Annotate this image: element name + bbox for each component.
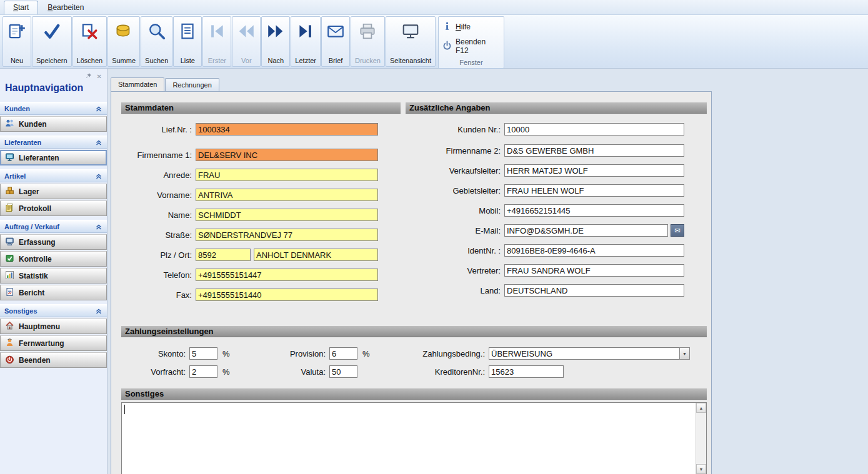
tab-stammdaten[interactable]: Stammdaten: [111, 77, 164, 91]
ort-input[interactable]: [254, 249, 378, 261]
sidebar-group-header-artikel[interactable]: Artikel: [0, 169, 107, 182]
vertical-scrollbar[interactable]: ▲ ▼: [696, 403, 706, 474]
sonstiges-textarea[interactable]: [122, 403, 696, 474]
ribbon-tab-start[interactable]: Start: [4, 1, 38, 14]
tab-rechnungen[interactable]: Rechnungen: [165, 78, 219, 91]
neu-button[interactable]: Neu: [2, 16, 31, 67]
provision-input[interactable]: [329, 347, 357, 360]
sidebar-item-bericht[interactable]: Bericht: [0, 285, 107, 300]
application-window: Start Bearbeiten Neu Speichern Löschen S…: [0, 0, 868, 474]
letter-envelope-icon: [326, 22, 345, 43]
vertreter-input[interactable]: [504, 264, 684, 277]
item-label: Protokoll: [19, 204, 51, 213]
item-label: Lager: [19, 187, 39, 196]
liste-button[interactable]: Liste: [173, 16, 202, 67]
sidebar-item-kunden[interactable]: Kunden: [0, 116, 107, 132]
telefon-input[interactable]: [196, 269, 378, 281]
plz-input[interactable]: [196, 249, 251, 261]
anrede-input[interactable]: [196, 169, 378, 181]
sidebar-item-protokoll[interactable]: Protokoll: [0, 200, 107, 216]
zahlungsbedingung-select[interactable]: ▼: [489, 347, 690, 360]
mobil-input[interactable]: [504, 204, 684, 217]
valuta-input[interactable]: [329, 365, 357, 378]
land-input[interactable]: [504, 284, 684, 297]
close-icon[interactable]: ✕: [97, 73, 102, 80]
sidebar-group-header-auftrag-verkauf[interactable]: Auftrag / Verkauf: [0, 220, 107, 233]
drucken-button[interactable]: Drucken: [351, 16, 385, 67]
kunden-nr-input[interactable]: [504, 123, 684, 136]
stammdaten-section: Stammdaten Lief.Nr. : Firmenname 1: Anre…: [121, 102, 401, 309]
sidebar-title: Hauptnavigation: [0, 81, 107, 98]
tab-label-accel: S: [13, 3, 18, 12]
skonto-input[interactable]: [189, 347, 217, 360]
group-label: Lieferanten: [4, 139, 41, 146]
search-icon: [147, 22, 166, 43]
dropdown-arrow-icon[interactable]: ▼: [679, 347, 690, 360]
fax-label: Fax:: [121, 290, 196, 300]
button-label: Beenden F12: [456, 37, 500, 55]
email-send-icon[interactable]: ✉: [671, 224, 684, 237]
section-header-zahlung: Zahlungseinstellungen: [121, 326, 707, 337]
seitenansicht-button[interactable]: Seitenansicht: [386, 16, 436, 67]
email-input[interactable]: [504, 224, 668, 237]
button-label: Neu: [11, 57, 23, 64]
section-header-stammdaten: Stammdaten: [121, 102, 401, 114]
erster-button[interactable]: Erster: [202, 16, 231, 67]
exit-power-icon: [5, 355, 14, 366]
sidebar-item-hauptmenu[interactable]: Hauptmenu: [0, 318, 107, 334]
sidebar-group-header-kunden[interactable]: Kunden: [0, 102, 107, 115]
item-label: Hauptmenu: [19, 322, 60, 331]
chevron-up-icon: [95, 105, 102, 112]
sidebar-item-lager[interactable]: Lager: [0, 184, 107, 199]
vorfracht-input[interactable]: [189, 365, 217, 378]
gebietsleiter-input[interactable]: [504, 184, 684, 197]
page-preview-icon: [401, 22, 420, 43]
new-record-icon: [7, 22, 26, 43]
zahlungsbedingung-label: Zahlungsbeding.:: [371, 349, 489, 358]
telefon-label: Telefon:: [121, 270, 196, 280]
scroll-down-icon[interactable]: ▼: [696, 464, 706, 474]
nach-button[interactable]: Nach: [261, 16, 290, 67]
firmenname1-input[interactable]: [196, 149, 378, 161]
pin-icon[interactable]: [85, 72, 92, 81]
vorname-input[interactable]: [196, 189, 378, 201]
provision-unit: %: [357, 349, 371, 358]
scroll-up-icon[interactable]: ▲: [696, 403, 706, 413]
delete-icon: [80, 22, 99, 43]
sidebar-item-kontrolle[interactable]: Kontrolle: [0, 251, 107, 267]
kreditoren-nr-input[interactable]: [489, 365, 564, 378]
sidebar-item-fernwartung[interactable]: Fernwartung: [0, 335, 107, 351]
sidebar-item-beenden[interactable]: Beenden: [0, 352, 107, 368]
speichern-button[interactable]: Speichern: [32, 16, 72, 67]
loeschen-button[interactable]: Löschen: [72, 16, 107, 67]
sidebar-item-erfassung[interactable]: Erfassung: [0, 234, 107, 250]
lief-nr-input[interactable]: [196, 123, 378, 136]
item-label: Beenden: [19, 356, 51, 365]
brief-button[interactable]: Brief: [321, 16, 350, 67]
sidebar-item-lieferanten[interactable]: Lieferanten: [0, 150, 107, 165]
vorfracht-unit: %: [217, 367, 231, 377]
strasse-input[interactable]: [196, 229, 378, 241]
vor-button[interactable]: Vor: [232, 16, 261, 67]
text-cursor: [124, 405, 125, 414]
chevron-up-icon: [95, 223, 102, 230]
main-area: Stammdaten Rechnungen Stammdaten Lief.Nr…: [107, 69, 868, 474]
verkaufsleiter-input[interactable]: [504, 164, 684, 177]
sidebar-group-header-sonstiges[interactable]: Sonstiges: [0, 304, 107, 317]
zahlungsbedingung-input[interactable]: [489, 347, 679, 360]
ident-nr-input[interactable]: [504, 244, 684, 257]
name-input[interactable]: [196, 209, 378, 221]
sidebar-item-statistik[interactable]: Statistik: [0, 268, 107, 284]
letzter-button[interactable]: Letzter: [291, 16, 321, 67]
skonto-label: Skonto:: [121, 349, 189, 358]
beenden-f12-button[interactable]: Beenden F12: [441, 35, 501, 57]
suchen-button[interactable]: Suchen: [141, 16, 172, 67]
summe-button[interactable]: Summe: [107, 16, 140, 67]
ribbon-tab-bearbeiten[interactable]: Bearbeiten: [38, 1, 93, 14]
sidebar-window-controls: ✕: [0, 71, 107, 81]
firmenname2-input[interactable]: [504, 144, 684, 157]
fax-input[interactable]: [196, 289, 378, 301]
hilfe-button[interactable]: Hilfe: [441, 19, 501, 35]
button-label: Erster: [208, 57, 226, 64]
sidebar-group-header-lieferanten[interactable]: Lieferanten: [0, 136, 107, 149]
